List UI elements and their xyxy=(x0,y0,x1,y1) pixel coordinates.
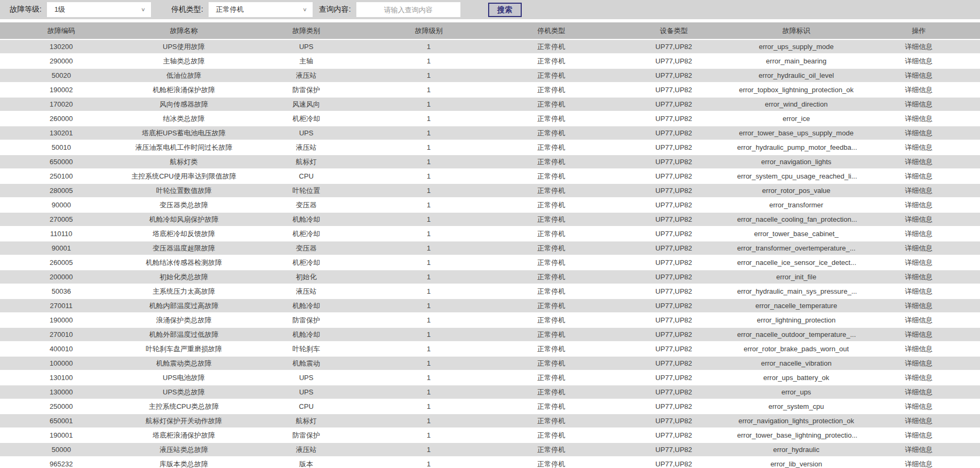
fault-table-container: 故障编码故障名称故障类别故障级别停机类型设备类型故障标识操作 130200UPS… xyxy=(0,22,980,468)
detail-link[interactable]: 详细信息 xyxy=(905,302,933,310)
fault-name-cell: 主控系统CPU使用率达到限值故障 xyxy=(123,169,245,183)
fault-category-cell: 机柜冷却 xyxy=(245,111,368,126)
fault-name-cell: 初始化类总故障 xyxy=(123,270,245,284)
detail-link[interactable]: 详细信息 xyxy=(905,417,933,425)
device-type-cell: UP77,UP82 xyxy=(612,370,735,385)
device-type-cell: UP77,UP82 xyxy=(612,54,735,68)
stop-type-cell: 正常停机 xyxy=(490,385,613,399)
detail-link[interactable]: 详细信息 xyxy=(905,273,933,281)
detail-link[interactable]: 详细信息 xyxy=(905,143,933,151)
stop-type-cell: 正常停机 xyxy=(490,414,613,428)
device-type-cell: UP77,UP82 xyxy=(612,198,735,212)
fault-table: 故障编码故障名称故障类别故障级别停机类型设备类型故障标识操作 130200UPS… xyxy=(0,22,980,468)
detail-link[interactable]: 详细信息 xyxy=(905,201,933,209)
error-id-cell: error_init_file xyxy=(735,270,858,284)
detail-link[interactable]: 详细信息 xyxy=(905,187,933,195)
action-cell: 详细信息 xyxy=(857,414,980,428)
device-type-cell: UP77,UP82 xyxy=(612,68,735,83)
search-button[interactable]: 搜索 xyxy=(488,3,522,17)
error-id-cell: error_nacelle_temperature xyxy=(735,298,858,313)
detail-link[interactable]: 详细信息 xyxy=(905,244,933,252)
detail-link[interactable]: 详细信息 xyxy=(905,43,933,51)
table-row: 260005机舱结冰传感器检测故障机柜冷却1正常停机UP77,UP82error… xyxy=(0,255,980,270)
fault-name-cell: 变压器类总故障 xyxy=(123,198,245,212)
stop-type-cell: 正常停机 xyxy=(490,39,613,54)
detail-link[interactable]: 详细信息 xyxy=(905,330,933,338)
stop-type-cell: 正常停机 xyxy=(490,169,613,183)
fault-category-cell: 叶轮刹车 xyxy=(245,342,368,356)
detail-link[interactable]: 详细信息 xyxy=(905,100,933,108)
table-row: 50000液压站类总故障液压站1正常停机UP77,UP82error_hydra… xyxy=(0,442,980,457)
fault-code-cell: 200000 xyxy=(0,270,123,284)
stop-type-select[interactable]: 正常停机 ∨ xyxy=(209,2,313,17)
error-id-cell: error_nacelle_outdoor_temperature_... xyxy=(735,327,858,342)
detail-link[interactable]: 详细信息 xyxy=(905,388,933,396)
table-row: 270005机舱冷却风扇保护故障机舱冷却1正常停机UP77,UP82error_… xyxy=(0,212,980,227)
fault-code-cell: 965232 xyxy=(0,457,123,468)
detail-link[interactable]: 详细信息 xyxy=(905,316,933,324)
table-row: 130100UPS电池故障UPS1正常停机UP77,UP82error_ups_… xyxy=(0,370,980,385)
stop-type-cell: 正常停机 xyxy=(490,97,613,111)
detail-link[interactable]: 详细信息 xyxy=(905,259,933,267)
fault-code-cell: 50020 xyxy=(0,68,123,83)
fault-level-cell: 1 xyxy=(368,457,490,468)
error-id-cell: error_hydraulic_main_sys_pressure_... xyxy=(735,284,858,298)
device-type-cell: UP77,UP82 xyxy=(612,183,735,198)
action-cell: 详细信息 xyxy=(857,169,980,183)
detail-link[interactable]: 详细信息 xyxy=(905,158,933,166)
detail-link[interactable]: 详细信息 xyxy=(905,71,933,79)
table-row: 100000机舱震动类总故障机舱震动1正常停机UP77,UP82error_na… xyxy=(0,356,980,370)
column-header-6: 故障标识 xyxy=(735,22,858,39)
detail-link[interactable]: 详细信息 xyxy=(905,57,933,65)
detail-link[interactable]: 详细信息 xyxy=(905,402,933,410)
chevron-down-icon: ∨ xyxy=(141,6,146,12)
table-row: 280005叶轮位置数值故障叶轮位置1正常停机UP77,UP82error_ro… xyxy=(0,183,980,198)
detail-link[interactable]: 详细信息 xyxy=(905,172,933,180)
stop-type-cell: 正常停机 xyxy=(490,140,613,155)
fault-category-cell: 航标灯 xyxy=(245,155,368,169)
detail-link[interactable]: 详细信息 xyxy=(905,215,933,223)
detail-link[interactable]: 详细信息 xyxy=(905,230,933,238)
detail-link[interactable]: 详细信息 xyxy=(905,287,933,295)
error-id-cell: error_ups_supply_mode xyxy=(735,39,858,54)
action-cell: 详细信息 xyxy=(857,399,980,414)
detail-link[interactable]: 详细信息 xyxy=(905,345,933,353)
action-cell: 详细信息 xyxy=(857,140,980,155)
detail-link[interactable]: 详细信息 xyxy=(905,460,933,468)
device-type-cell: UP77,UP82 xyxy=(612,342,735,356)
table-row: 250000主控系统CPU类总故障CPU1正常停机UP77,UP82error_… xyxy=(0,399,980,414)
fault-code-cell: 110110 xyxy=(0,227,123,241)
error-id-cell: error_rotor_pos_value xyxy=(735,183,858,198)
detail-link[interactable]: 详细信息 xyxy=(905,431,933,439)
table-row: 200000初始化类总故障初始化1正常停机UP77,UP82error_init… xyxy=(0,270,980,284)
fault-code-cell: 400010 xyxy=(0,342,123,356)
device-type-cell: UP77,UP82 xyxy=(612,298,735,313)
fault-level-select[interactable]: 1级 ∨ xyxy=(47,2,151,17)
detail-link[interactable]: 详细信息 xyxy=(905,359,933,367)
fault-category-cell: 液压站 xyxy=(245,68,368,83)
fault-category-cell: 防雷保护 xyxy=(245,428,368,442)
fault-name-cell: 变压器温度超限故障 xyxy=(123,241,245,255)
device-type-cell: UP77,UP82 xyxy=(612,140,735,155)
table-row: 290000主轴类总故障主轴1正常停机UP77,UP82error_main_b… xyxy=(0,54,980,68)
fault-category-cell: 叶轮位置 xyxy=(245,183,368,198)
detail-link[interactable]: 详细信息 xyxy=(905,374,933,382)
detail-link[interactable]: 详细信息 xyxy=(905,129,933,137)
fault-category-cell: 变压器 xyxy=(245,198,368,212)
query-input[interactable] xyxy=(356,2,460,17)
fault-level-cell: 1 xyxy=(368,54,490,68)
fault-category-cell: UPS xyxy=(245,385,368,399)
fault-name-cell: 液压站类总故障 xyxy=(123,442,245,457)
detail-link[interactable]: 详细信息 xyxy=(905,86,933,94)
query-label: 查询内容: xyxy=(319,5,351,14)
device-type-cell: UP77,UP82 xyxy=(612,356,735,370)
error-id-cell: error_tower_base_ups_supply_mode xyxy=(735,126,858,140)
action-cell: 详细信息 xyxy=(857,457,980,468)
detail-link[interactable]: 详细信息 xyxy=(905,446,933,454)
detail-link[interactable]: 详细信息 xyxy=(905,115,933,123)
action-cell: 详细信息 xyxy=(857,298,980,313)
fault-name-cell: 主控系统CPU类总故障 xyxy=(123,399,245,414)
fault-name-cell: 叶轮位置数值故障 xyxy=(123,183,245,198)
device-type-cell: UP77,UP82 xyxy=(612,212,735,227)
table-body: 130200UPS使用故障UPS1正常停机UP77,UP82error_ups_… xyxy=(0,39,980,468)
